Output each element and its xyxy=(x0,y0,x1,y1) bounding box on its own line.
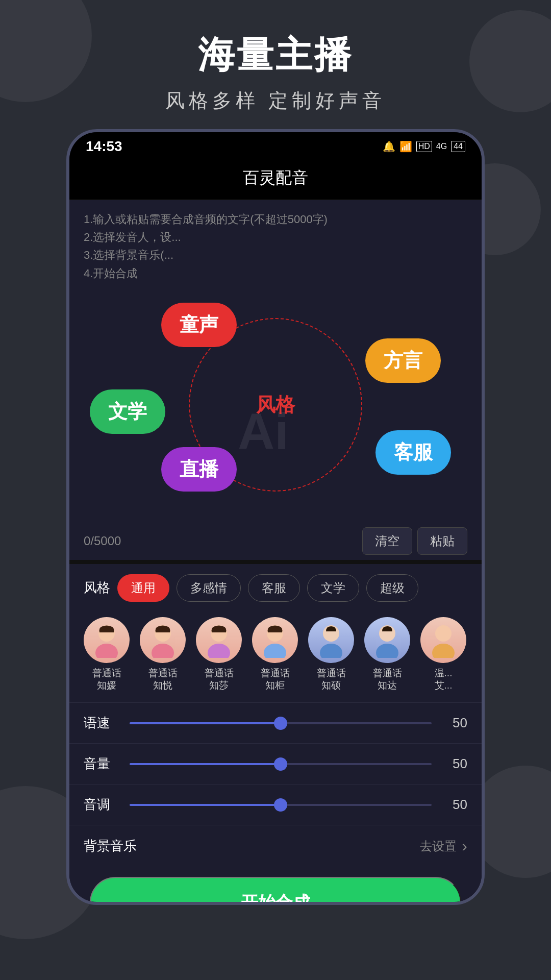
wheel-center: 风格 xyxy=(256,391,295,418)
bg-music-setting: 去设置 xyxy=(420,838,457,854)
style-filter-label: 风格 xyxy=(84,579,110,597)
voice-item-0[interactable]: 普通话知媛 xyxy=(84,617,130,692)
voice-name-6: 温...艾... xyxy=(435,667,453,692)
wifi-icon: 📶 xyxy=(399,140,412,153)
voice-item-6[interactable]: 温...艾... xyxy=(420,617,466,692)
style-tag-3[interactable]: 文学 xyxy=(307,574,359,602)
voice-item-5[interactable]: 普通话知达 xyxy=(364,617,410,692)
instructions: 1.输入或粘贴需要合成音频的文字(不超过5000字) 2.选择发音人，设... … xyxy=(84,210,467,282)
volume-thumb[interactable] xyxy=(274,757,287,771)
svg-point-12 xyxy=(435,625,452,642)
bubble-wenxue[interactable]: 文学 xyxy=(90,389,165,434)
action-buttons: 清空 粘贴 xyxy=(362,527,467,555)
voice-avatar-row: 普通话知媛 普通话知悦 xyxy=(69,612,482,702)
volume-fill xyxy=(130,763,281,765)
voice-name-5: 普通话知达 xyxy=(373,667,402,692)
status-icons: 🔔 📶 HD 4G 44 xyxy=(383,140,465,153)
section-divider xyxy=(69,560,482,564)
style-filter-row: 风格 通用 多感情 客服 文学 超级 xyxy=(69,564,482,612)
bg-music-right: 去设置 › xyxy=(420,837,467,855)
pitch-value: 50 xyxy=(442,797,467,813)
svg-point-3 xyxy=(152,644,174,658)
app-title: 百灵配音 xyxy=(243,168,308,187)
counter-row: 0/5000 清空 粘贴 xyxy=(69,522,482,560)
network-icon: 4G xyxy=(436,142,447,151)
status-bar: 14:53 🔔 📶 HD 4G 44 xyxy=(69,132,482,159)
voice-name-0: 普通话知媛 xyxy=(92,667,121,692)
bubble-tongsheng[interactable]: 童声 xyxy=(161,303,237,347)
style-tag-1[interactable]: 多感情 xyxy=(177,574,241,602)
avatar-0 xyxy=(84,617,130,663)
volume-value: 50 xyxy=(442,756,467,772)
synth-button[interactable]: 开始合成 xyxy=(90,877,461,905)
sub-title: 风格多样 定制好声音 xyxy=(0,88,551,114)
paste-button[interactable]: 粘贴 xyxy=(417,527,467,555)
svg-point-13 xyxy=(432,644,455,658)
bubble-fangyan[interactable]: 方言 xyxy=(365,338,441,383)
bubble-zhibo[interactable]: 直播 xyxy=(161,447,237,492)
volume-track[interactable] xyxy=(130,763,432,765)
app-content: 1.输入或粘贴需要合成音频的文字(不超过5000字) 2.选择发音人，设... … xyxy=(69,200,482,905)
speed-label: 语速 xyxy=(84,714,119,732)
speed-thumb[interactable] xyxy=(274,717,287,730)
svg-point-11 xyxy=(376,644,398,658)
style-tag-4[interactable]: 超级 xyxy=(366,574,418,602)
voice-wheel-container: 风格 童声 方言 文学 客服 直播 Ai xyxy=(69,287,482,522)
pitch-slider-row: 音调 50 xyxy=(69,784,482,825)
voice-item-2[interactable]: 普通话知莎 xyxy=(196,617,242,692)
svg-point-7 xyxy=(264,644,286,658)
volume-slider-row: 音量 50 xyxy=(69,743,482,784)
pitch-track[interactable] xyxy=(130,804,432,806)
volume-label: 音量 xyxy=(84,755,119,773)
pitch-fill xyxy=(130,804,281,806)
voice-name-1: 普通话知悦 xyxy=(148,667,178,692)
svg-point-1 xyxy=(95,644,118,658)
instruction-line1: 1.输入或粘贴需要合成音频的文字(不超过5000字) xyxy=(84,210,467,228)
voice-item-3[interactable]: 普通话知柜 xyxy=(252,617,298,692)
svg-point-9 xyxy=(320,644,342,658)
voice-name-2: 普通话知莎 xyxy=(205,667,234,692)
style-tag-2[interactable]: 客服 xyxy=(248,574,300,602)
voice-name-3: 普通话知柜 xyxy=(261,667,290,692)
hd-icon: HD xyxy=(416,141,432,152)
avatar-1 xyxy=(140,617,186,663)
voice-item-1[interactable]: 普通话知悦 xyxy=(140,617,186,692)
pitch-thumb[interactable] xyxy=(274,798,287,812)
bg-music-row[interactable]: 背景音乐 去设置 › xyxy=(69,825,482,867)
bg-music-label: 背景音乐 xyxy=(84,837,137,855)
voice-name-4: 普通话知硕 xyxy=(317,667,346,692)
phone-frame: 14:53 🔔 📶 HD 4G 44 百灵配音 1.输入或粘贴需要合成音频的文字… xyxy=(66,129,485,905)
battery-icon: 44 xyxy=(451,141,465,152)
status-time: 14:53 xyxy=(86,138,122,155)
clear-button[interactable]: 清空 xyxy=(362,527,412,555)
bg-music-arrow: › xyxy=(462,837,467,855)
avatar-4 xyxy=(308,617,354,663)
instruction-line3: 3.选择背景音乐(... xyxy=(84,246,467,264)
speed-track[interactable] xyxy=(130,722,432,724)
text-input-area[interactable]: 1.输入或粘贴需要合成音频的文字(不超过5000字) 2.选择发音人，设... … xyxy=(69,200,482,287)
bubble-kefu[interactable]: 客服 xyxy=(375,430,451,475)
app-header: 百灵配音 xyxy=(69,159,482,200)
instruction-line4: 4.开始合成 xyxy=(84,264,467,282)
avatar-6 xyxy=(420,617,466,663)
counter-text: 0/5000 xyxy=(84,534,121,548)
speed-slider-row: 语速 50 xyxy=(69,702,482,743)
speed-value: 50 xyxy=(442,715,467,731)
svg-point-5 xyxy=(208,644,230,658)
avatar-2 xyxy=(196,617,242,663)
instruction-line2: 2.选择发音人，设... xyxy=(84,228,467,246)
style-tag-0[interactable]: 通用 xyxy=(117,574,169,602)
speed-fill xyxy=(130,722,281,724)
avatar-3 xyxy=(252,617,298,663)
synth-btn-wrap: 开始合成 xyxy=(69,867,482,905)
voice-item-4[interactable]: 普通话知硕 xyxy=(308,617,354,692)
mute-icon: 🔔 xyxy=(383,140,395,153)
pitch-label: 音调 xyxy=(84,796,119,814)
avatar-5 xyxy=(364,617,410,663)
